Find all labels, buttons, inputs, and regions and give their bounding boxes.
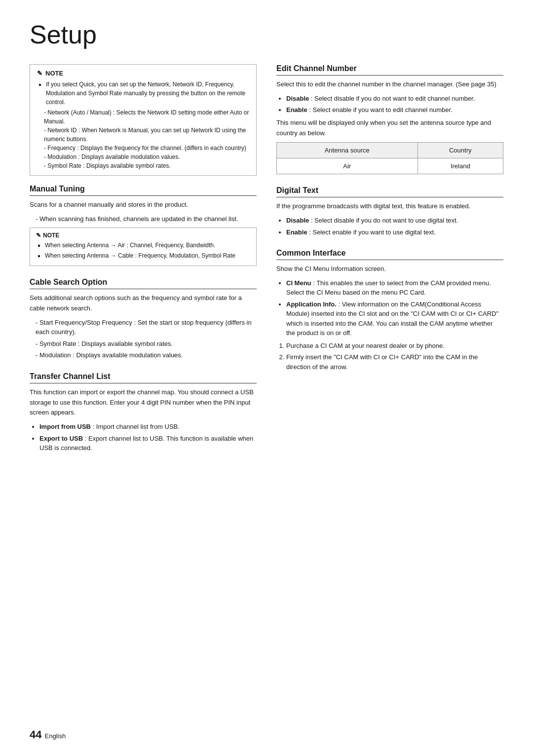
digital-text-section: Digital Text If the programme broadcasts…: [276, 186, 503, 237]
enable-label: Enable: [286, 106, 307, 113]
top-note-header: ✎ NOTE: [37, 70, 249, 77]
transfer-channel-section: Transfer Channel List This function can …: [30, 372, 257, 453]
disable-label: Disable: [286, 217, 309, 224]
common-interface-title: Common Interface: [276, 249, 503, 260]
list-item: When scanning has finished, channels are…: [36, 214, 257, 224]
note-icon: ✎: [36, 232, 41, 239]
list-item: Symbol Rate : Displays available symbol …: [44, 161, 249, 170]
top-note-list: If you select Quick, you can set up the …: [37, 80, 249, 107]
common-interface-numbered: Purchase a CI CAM at your nearest dealer…: [276, 341, 503, 372]
export-usb-label: Export to USB: [39, 435, 83, 442]
list-item: Disable : Select disable if you do not w…: [286, 94, 503, 104]
list-item: Export to USB : Export channel list to U…: [39, 434, 257, 453]
list-item: If you select Quick, you can set up the …: [46, 80, 249, 107]
transfer-channel-list: Import from USB : Import channel list fr…: [30, 422, 257, 453]
list-item: Frequency : Displays the frequency for t…: [44, 144, 249, 152]
cable-search-body: Sets additional search options such as t…: [30, 293, 257, 314]
list-item: Firmly insert the "CI CAM with CI or CI+…: [286, 352, 503, 372]
list-item: Network (Auto / Manual) : Selects the Ne…: [44, 108, 249, 126]
table-note: This menu will be displayed only when yo…: [276, 118, 503, 139]
list-item: Modulation : Displays available modulati…: [36, 350, 257, 360]
antenna-table: Antenna source Country Air Ireland: [276, 142, 503, 174]
list-item: Disable : Select disable if you do not w…: [286, 216, 503, 226]
table-header-country: Country: [418, 143, 503, 158]
list-item: Enable : Select enable if you want to us…: [286, 227, 503, 237]
edit-channel-section: Edit Channel Number Select this to edit …: [276, 64, 503, 174]
common-interface-body: Show the CI Menu Information screen.: [276, 264, 503, 274]
cable-search-section: Cable Search Option Sets additional sear…: [30, 278, 257, 360]
table-cell-ireland: Ireland: [418, 158, 503, 174]
list-item: Start Frequency/Stop Frequency : Set the…: [36, 318, 257, 337]
list-item: Enable : Select enable if you want to ed…: [286, 105, 503, 115]
common-interface-list: CI Menu : This enables the user to selec…: [276, 278, 503, 338]
list-item: When selecting Antenna → Air : Channel, …: [45, 241, 250, 250]
import-usb-label: Import from USB: [39, 423, 91, 430]
list-item: Symbol Rate : Displays available symbol …: [36, 339, 257, 349]
table-row: Air Ireland: [277, 158, 503, 174]
list-item: CI Menu : This enables the user to selec…: [286, 278, 503, 298]
manual-tuning-dash: When scanning has finished, channels are…: [30, 214, 257, 224]
edit-channel-body: Select this to edit the channel number i…: [276, 79, 503, 90]
disable-label: Disable: [286, 95, 309, 102]
manual-tuning-section: Manual Tuning Scans for a channel manual…: [30, 185, 257, 266]
note-icon: ✎: [37, 70, 42, 77]
manual-tuning-note-list: When selecting Antenna → Air : Channel, …: [36, 241, 250, 260]
cable-search-title: Cable Search Option: [30, 278, 257, 289]
list-item: Network ID : When Network is Manual, you…: [44, 126, 249, 144]
app-info-label: Application Info.: [286, 301, 337, 308]
list-item: When selecting Antenna → Cable : Frequen…: [45, 251, 250, 260]
list-item: Modulation : Displays available modulati…: [44, 152, 249, 161]
digital-text-list: Disable : Select disable if you do not w…: [276, 216, 503, 237]
edit-channel-list: Disable : Select disable if you do not w…: [276, 94, 503, 115]
common-interface-section: Common Interface Show the CI Menu Inform…: [276, 249, 503, 372]
digital-text-body: If the programme broadcasts with digital…: [276, 201, 503, 212]
manual-tuning-title: Manual Tuning: [30, 185, 257, 196]
edit-channel-title: Edit Channel Number: [276, 64, 503, 76]
top-note-dash-list: Network (Auto / Manual) : Selects the Ne…: [37, 108, 249, 170]
transfer-channel-body: This function can import or export the c…: [30, 387, 257, 418]
page-footer: 44 English: [30, 728, 66, 741]
import-usb-text: : Import channel list from USB.: [91, 423, 180, 430]
manual-tuning-note-header: ✎ NOTE: [36, 232, 250, 239]
list-item: Application Info. : View information on …: [286, 300, 503, 338]
cable-search-list: Start Frequency/Stop Frequency : Set the…: [30, 318, 257, 360]
top-note-box: ✎ NOTE If you select Quick, you can set …: [30, 64, 257, 176]
digital-text-title: Digital Text: [276, 186, 503, 197]
enable-label: Enable: [286, 228, 307, 236]
table-header-antenna: Antenna source: [277, 143, 418, 158]
list-item: Import from USB : Import channel list fr…: [39, 422, 257, 432]
page-number: 44: [30, 728, 41, 741]
ci-menu-label: CI Menu: [286, 279, 311, 287]
page-lang: English: [44, 732, 66, 740]
table-cell-air: Air: [277, 158, 418, 174]
manual-tuning-note-box: ✎ NOTE When selecting Antenna → Air : Ch…: [30, 227, 257, 266]
manual-tuning-body: Scans for a channel manually and stores …: [30, 200, 257, 210]
page-title: Setup: [30, 20, 503, 49]
transfer-channel-title: Transfer Channel List: [30, 372, 257, 383]
list-item: Purchase a CI CAM at your nearest dealer…: [286, 341, 503, 351]
